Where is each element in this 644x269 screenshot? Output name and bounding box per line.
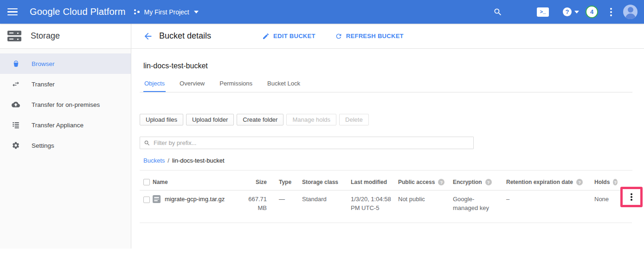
page-title: Bucket details	[159, 31, 211, 41]
filter-input[interactable]	[154, 139, 470, 146]
tab-overview[interactable]: Overview	[179, 77, 206, 92]
cloud-shell-icon[interactable]: >_	[537, 7, 549, 17]
help-icon[interactable]: ?	[576, 179, 583, 185]
swap-arrows-icon	[11, 79, 20, 89]
column-header-retention[interactable]: Retention expiration date?	[506, 179, 594, 185]
service-title: Storage	[31, 31, 60, 41]
object-toolbar: Upload files Upload folder Create folder…	[140, 114, 632, 125]
search-icon[interactable]	[493, 7, 502, 17]
annotation-highlight	[620, 187, 643, 207]
question-circle-icon: ?	[563, 7, 572, 16]
help-icon[interactable]: ?	[485, 179, 492, 185]
tab-permissions[interactable]: Permissions	[219, 77, 253, 92]
sidebar-item-transfer-appliance[interactable]: Transfer Appliance	[0, 115, 131, 135]
upload-folder-button[interactable]: Upload folder	[186, 114, 234, 125]
column-header-last-modified[interactable]: Last modified	[351, 179, 398, 185]
column-header-encryption[interactable]: Encryption?	[453, 179, 506, 185]
sidebar-item-label: Settings	[32, 142, 54, 149]
breadcrumb-buckets-link[interactable]: Buckets	[143, 157, 165, 164]
column-header-name[interactable]: Name	[153, 179, 245, 185]
help-icon[interactable]: ?	[438, 179, 444, 185]
cell-size: 667.71 MB	[245, 195, 270, 213]
cell-holds: None	[594, 195, 618, 204]
storage-service-icon	[7, 31, 21, 41]
cell-type: —	[270, 195, 302, 204]
more-options-icon[interactable]	[608, 6, 614, 18]
cell-storage-class: Standard	[302, 195, 351, 204]
list-lines-icon	[11, 120, 20, 130]
cell-encryption: Google-managed key	[453, 195, 494, 213]
column-header-public-access[interactable]: Public access?	[398, 179, 453, 185]
cloud-upload-icon	[11, 100, 20, 109]
sidebar-item-transfer-on-premises[interactable]: Transfer for on-premises	[0, 94, 131, 115]
main-content: lin-docs-test-bucket Objects Overview Pe…	[131, 49, 644, 249]
column-header-size[interactable]: Size	[245, 179, 270, 185]
top-app-bar: Google Cloud Platform My First Project >…	[0, 0, 644, 24]
tab-objects[interactable]: Objects	[143, 77, 166, 92]
hamburger-menu-icon[interactable]	[7, 6, 20, 19]
sidebar-item-label: Transfer Appliance	[32, 122, 84, 129]
project-picker[interactable]: My First Project	[134, 8, 199, 16]
manage-holds-button[interactable]: Manage holds	[286, 114, 336, 125]
help-menu[interactable]: ?	[563, 7, 579, 16]
notification-badge[interactable]: 4	[586, 6, 598, 18]
delete-button[interactable]: Delete	[339, 114, 369, 125]
chevron-down-icon	[194, 11, 199, 13]
secondary-header: Storage Bucket details EDIT BUCKET REFRE…	[0, 24, 644, 49]
product-logo[interactable]: Google Cloud Platform	[30, 7, 126, 17]
column-header-type[interactable]: Type	[270, 179, 302, 185]
column-header-storage-class[interactable]: Storage class	[302, 179, 351, 185]
back-arrow-icon[interactable]	[143, 31, 153, 41]
table-header-row: Name Size Type Storage class Last modifi…	[140, 171, 632, 190]
object-name-link[interactable]: migrate-gcp-img.tar.gz	[165, 195, 225, 204]
row-actions-menu-button[interactable]	[629, 191, 634, 203]
avatar[interactable]	[623, 5, 638, 19]
select-all-checkbox[interactable]	[143, 179, 150, 185]
cell-last-modified: 1/3/20, 1:04:58 PM UTC-5	[351, 195, 392, 213]
sidebar-item-label: Transfer for on-premises	[32, 101, 100, 108]
project-icon	[134, 8, 141, 16]
bucket-tabs: Objects Overview Permissions Bucket Lock	[140, 77, 632, 92]
pencil-icon	[262, 33, 270, 40]
refresh-bucket-button[interactable]: REFRESH BUCKET	[335, 33, 404, 40]
sidebar-item-browser[interactable]: Browser	[0, 53, 131, 74]
cell-retention: –	[506, 195, 594, 204]
objects-table: Name Size Type Storage class Last modifi…	[140, 171, 632, 223]
create-folder-button[interactable]: Create folder	[237, 114, 283, 125]
tab-bucket-lock[interactable]: Bucket Lock	[266, 77, 301, 92]
chevron-down-icon	[574, 11, 579, 13]
sidebar-item-label: Browser	[32, 60, 55, 67]
sidebar-item-label: Transfer	[32, 81, 55, 88]
file-icon	[153, 195, 161, 203]
refresh-icon	[335, 33, 342, 40]
filter-input-container	[140, 137, 474, 149]
gear-icon	[11, 141, 20, 150]
sidebar-item-transfer[interactable]: Transfer	[0, 74, 131, 94]
magnifier-icon	[144, 140, 150, 146]
breadcrumb-current: lin-docs-test-bucket	[172, 157, 225, 164]
sidebar-nav: Browser Transfer Transfer for on-premise…	[0, 49, 131, 249]
help-icon[interactable]: ?	[613, 179, 618, 185]
edit-bucket-button[interactable]: EDIT BUCKET	[262, 33, 316, 40]
bucket-name-title: lin-docs-test-bucket	[143, 62, 632, 70]
breadcrumb: Buckets/lin-docs-test-bucket	[140, 157, 632, 164]
project-name: My First Project	[144, 8, 189, 16]
cell-public-access: Not public	[398, 195, 453, 204]
row-checkbox[interactable]	[143, 197, 150, 203]
table-row: migrate-gcp-img.tar.gz 667.71 MB — Stand…	[140, 190, 632, 223]
bucket-icon	[11, 59, 20, 68]
sidebar-item-settings[interactable]: Settings	[0, 135, 131, 156]
column-header-holds[interactable]: Holds?	[594, 179, 618, 185]
upload-files-button[interactable]: Upload files	[140, 114, 183, 125]
